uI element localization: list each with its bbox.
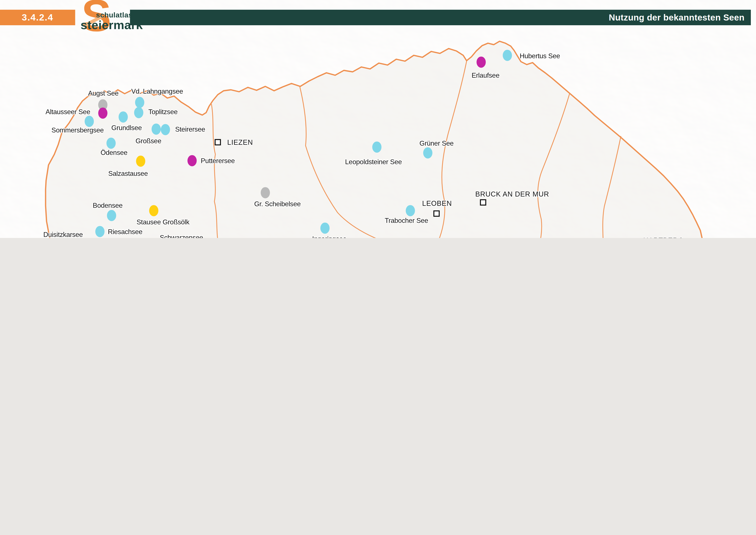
lake-label: Salzastausee [108,169,148,177]
lake-label: Ingeringsee [312,235,347,238]
city-label: HARTBERG [643,237,684,238]
lake-label: Toplitzsee [148,108,177,116]
lake-label: Großsee [136,137,161,145]
page-title: Nutzung der bekanntesten Seen [609,12,751,22]
logo-text-schulatlas: schulatlas [96,11,133,19]
lake-dot-energie[interactable] [149,205,158,216]
lake-label: Trabocher See [385,216,428,224]
district-capital-square [215,139,221,145]
lake-label: Vd. Lahngangsee [131,87,183,95]
lake-dot-extensiv[interactable] [119,111,128,123]
lake-label: Gr. Scheibelsee [254,200,301,208]
lake-label: Augst See [88,89,119,97]
lake-dot-extensiv[interactable] [320,223,330,234]
lake-dot-extensiv[interactable] [85,116,94,127]
lake-label: Ödensee [100,149,127,156]
city-label: LEOBEN [422,200,452,207]
lake-dot-extensiv[interactable] [135,97,145,108]
lake-dot-extensiv[interactable] [503,50,512,61]
lake-label: Steirersee [175,125,205,133]
header-bar: Nutzung der bekanntesten Seen [130,10,751,25]
lake-dot-keine[interactable] [261,187,270,198]
lake-label: Bodensee [93,202,122,209]
lake-label: Schwarzensee [160,234,203,238]
lake-label: Stausee Großsölk [137,218,189,226]
district-capital-square [480,199,486,206]
lake-dot-extensiv[interactable] [423,147,432,158]
city-label: LIEZEN [227,138,253,146]
city-label: BRUCK AN DER MUR [475,190,549,198]
logo-text-steiermark: steiermark [81,18,143,32]
lake-dot-extensiv[interactable] [151,124,161,135]
lake-dot-extensiv[interactable] [107,210,116,221]
lake-label: Putterersee [201,157,235,165]
atlas-page: 3.4.2.4 Nutzung der bekanntesten Seen S … [0,0,756,238]
schulatlas-logo: S schulatlas steiermark [78,0,136,48]
lake-label: Grüner See [419,139,453,147]
lake-label: Leopoldsteiner See [345,158,402,165]
lake-dot-extensiv[interactable] [372,142,382,153]
lake-label: Duisitzkarsee [43,231,83,238]
lake-dot-extensiv[interactable] [134,107,143,118]
lake-label: Hubertus See [520,52,560,60]
sheet-number-badge: 3.4.2.4 [0,10,75,25]
district-capital-square [433,210,440,216]
lake-label: Grundlsee [111,124,142,131]
lake-dot-extensiv[interactable] [406,205,415,216]
lake-dot-intensiv[interactable] [188,155,197,166]
lake-dot-extensiv[interactable] [106,138,116,149]
lake-label: Riesachsee [108,228,142,235]
lake-label: Erlaufsee [472,71,500,79]
lake-dot-intensiv[interactable] [477,57,486,68]
lake-dot-energie[interactable] [136,155,145,167]
lake-label: Altausseer See [45,108,90,116]
lake-label: Sommersbergsee [51,126,104,134]
lake-dot-extensiv[interactable] [95,226,105,237]
lake-dot-extensiv[interactable] [161,124,170,135]
lake-dot-intensiv[interactable] [98,107,108,119]
